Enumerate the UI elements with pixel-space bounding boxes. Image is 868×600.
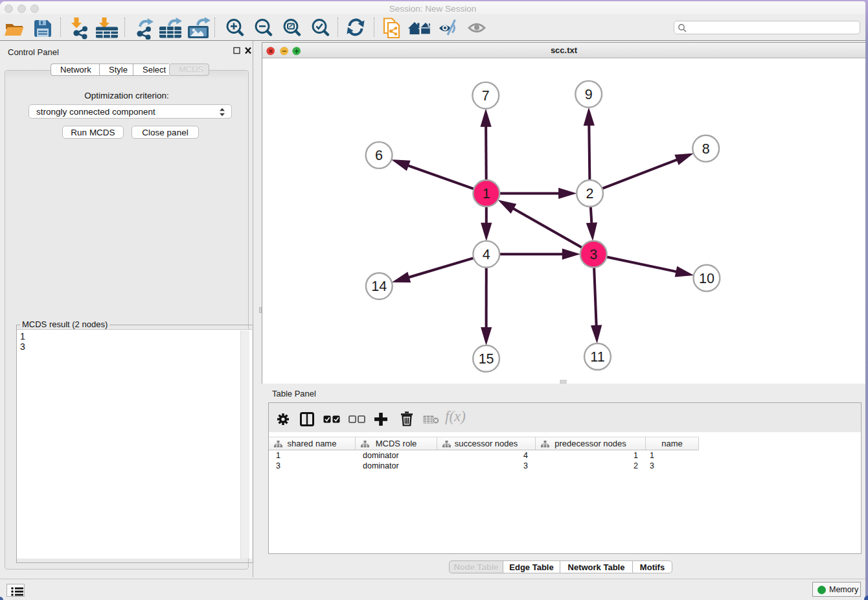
svg-text:1: 1 <box>483 186 490 202</box>
svg-text:6: 6 <box>375 148 383 163</box>
svg-text:14: 14 <box>371 279 387 294</box>
svg-text:7: 7 <box>482 88 490 104</box>
svg-text:2: 2 <box>586 186 594 202</box>
svg-text:9: 9 <box>585 87 593 102</box>
svg-text:11: 11 <box>590 349 604 365</box>
svg-text:15: 15 <box>479 351 494 367</box>
svg-text:4: 4 <box>483 247 490 262</box>
svg-text:3: 3 <box>589 247 597 262</box>
svg-text:8: 8 <box>702 141 710 157</box>
svg-text:10: 10 <box>699 271 714 286</box>
